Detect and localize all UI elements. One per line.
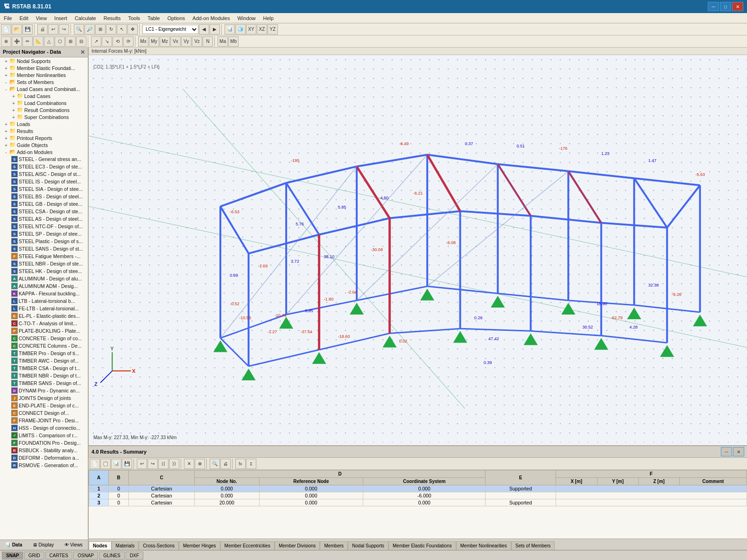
- tree-item[interactable]: TTIMBER CSA - Design of t...: [0, 364, 88, 372]
- tree-item[interactable]: +📁Guide Objects: [0, 141, 88, 148]
- bottom-tab-members[interactable]: Members: [320, 541, 348, 550]
- bottom-tab-member-elastic-foundations[interactable]: Member Elastic Foundations: [388, 541, 456, 550]
- tree-item[interactable]: SSTEEL SANS - Design of st...: [0, 245, 88, 252]
- tree-item[interactable]: TTIMBER AWC - Design of...: [0, 357, 88, 364]
- results-tb-btn12[interactable]: 🖨: [220, 459, 231, 469]
- menu-item-window[interactable]: Window: [233, 14, 259, 22]
- tree-item[interactable]: DDYNAM Pro - Dynamic an...: [0, 387, 88, 394]
- menu-item-file[interactable]: File: [0, 14, 16, 22]
- tree-expand-icon[interactable]: +: [4, 142, 8, 148]
- results-tb-btn4[interactable]: 💾: [122, 459, 132, 469]
- view-xz-button[interactable]: XZ: [257, 24, 267, 35]
- menu-item-tools[interactable]: Tools: [124, 14, 144, 22]
- bottom-tab-nodal-supports[interactable]: Nodal Supports: [348, 541, 388, 550]
- results-minimize-button[interactable]: ─: [721, 447, 732, 456]
- tree-expand-icon[interactable]: +: [4, 65, 8, 71]
- tb2-btn1[interactable]: ⊕: [1, 36, 11, 47]
- tb2-btn6[interactable]: ⬡: [55, 36, 65, 47]
- zoom-out-button[interactable]: 🔎: [85, 24, 95, 35]
- tb2-btn4[interactable]: 📐: [33, 36, 43, 47]
- open-button[interactable]: 📂: [12, 24, 22, 35]
- select-button[interactable]: ↖: [117, 24, 127, 35]
- maximize-button[interactable]: □: [720, 2, 731, 11]
- panel-tab-views[interactable]: 👁 Views: [62, 541, 85, 548]
- tree-item[interactable]: EEL-PL - Elastic-plastic des...: [0, 312, 88, 320]
- results-close-button[interactable]: ✕: [733, 447, 744, 456]
- tree-item[interactable]: RRSBUCK - Stability analy...: [0, 447, 88, 454]
- table-row[interactable]: 3 0 Cartesian 20.000 0.000 0.000 Support…: [89, 499, 747, 506]
- tree-item[interactable]: EEND-PLATE - Design of c...: [0, 402, 88, 409]
- tree-item[interactable]: TTIMBER NBR - Design of t...: [0, 372, 88, 379]
- minimize-button[interactable]: ─: [708, 2, 719, 11]
- tb2-btn16[interactable]: Vx: [170, 36, 181, 47]
- save-button[interactable]: 💾: [22, 24, 33, 35]
- results-tb-btn9[interactable]: ✕: [184, 459, 194, 469]
- menu-item-help[interactable]: Help: [260, 14, 278, 22]
- tree-item[interactable]: +📁Load Cases: [0, 92, 88, 99]
- tb2-btn17[interactable]: Vy: [181, 36, 191, 47]
- bottom-tab-nodes[interactable]: Nodes: [89, 541, 112, 550]
- tree-item[interactable]: FFRAME-JOINT Pro - Desi...: [0, 417, 88, 424]
- new-button[interactable]: 📄: [1, 24, 11, 35]
- menu-item-results[interactable]: Results: [100, 14, 125, 22]
- menu-item-table[interactable]: Table: [144, 14, 163, 22]
- next-lc-button[interactable]: ▶: [210, 24, 220, 35]
- tree-item[interactable]: SSTEEL BS - Design of steel...: [0, 193, 88, 200]
- tree-item[interactable]: KKAPPA - Flexural buckling...: [0, 290, 88, 297]
- tree-expand-icon[interactable]: +: [11, 100, 16, 106]
- tree-item[interactable]: FFOUNDATION Pro - Desig...: [0, 439, 88, 447]
- tb2-btn5[interactable]: △: [44, 36, 54, 47]
- tree-item[interactable]: SSTEEL AS - Design of steel...: [0, 215, 88, 223]
- tb2-btn19[interactable]: N: [203, 36, 213, 47]
- results-tb-btn11[interactable]: 🔍: [210, 459, 220, 469]
- bottom-tab-sets-of-members[interactable]: Sets of Members: [511, 541, 555, 550]
- tree-expand-icon[interactable]: +: [4, 135, 8, 141]
- tree-item[interactable]: TTIMBER Pro - Design of ti...: [0, 350, 88, 357]
- tree-item[interactable]: -📂Add-on Modules: [0, 148, 88, 155]
- tb2-btn13[interactable]: Mx: [138, 36, 148, 47]
- tree-expand-icon[interactable]: -: [4, 86, 8, 92]
- tree-item[interactable]: SSTEEL Plastic - Design of s...: [0, 238, 88, 245]
- panel-tab-data[interactable]: 📊 Data: [2, 541, 25, 548]
- statusbar-item-snap[interactable]: SNAP: [2, 552, 23, 560]
- 3d-canvas[interactable]: CO2: 1.35*LF1 + 1.5*LF2 + LF6: [89, 55, 747, 442]
- results-tb-fx[interactable]: fx: [235, 459, 246, 469]
- rotate-button[interactable]: ↻: [106, 24, 116, 35]
- prev-lc-button[interactable]: ◀: [199, 24, 209, 35]
- results-tb-sigma[interactable]: Σ: [246, 459, 256, 469]
- tree-item[interactable]: +📁Load Combinations: [0, 99, 88, 106]
- tree-expand-icon[interactable]: +: [4, 128, 8, 134]
- results-table[interactable]: A B C D E F Node No. Reference Node Coor…: [89, 470, 747, 539]
- tree-item[interactable]: +📁Loads: [0, 120, 88, 127]
- tree-container[interactable]: +📁Nodal Supports+📁Member Elastic Foundat…: [0, 57, 88, 539]
- statusbar-item-osnap[interactable]: OSNAP: [73, 552, 98, 560]
- show-results-button[interactable]: 📊: [225, 24, 235, 35]
- tree-item[interactable]: +📁Results: [0, 127, 88, 134]
- results-tb-btn3[interactable]: 📊: [111, 459, 121, 469]
- panel-tab-display[interactable]: 🖥 Display: [30, 541, 57, 548]
- menu-item-edit[interactable]: Edit: [16, 14, 32, 22]
- tree-item[interactable]: AALUMINUM - Design of alu...: [0, 275, 88, 282]
- 3d-viewport[interactable]: Internal Forces M-y: [kNm] CO2: 1.35*LF1…: [89, 48, 747, 445]
- tree-item[interactable]: -📂Sets of Members: [0, 78, 88, 85]
- tree-item[interactable]: LLTB - Lateral-torsional b...: [0, 297, 88, 305]
- table-row[interactable]: 2 0 Cartesian 0.000 0.000 -6.000: [89, 492, 747, 499]
- results-tb-btn2[interactable]: 📋: [100, 459, 111, 469]
- tb2-btn15[interactable]: Mz: [160, 36, 170, 47]
- tree-expand-icon[interactable]: +: [4, 58, 8, 64]
- tb2-btn11[interactable]: ⟲: [113, 36, 123, 47]
- tree-item[interactable]: CCONCRETE - Design of co...: [0, 335, 88, 342]
- results-tb-btn7[interactable]: ⟨⟨: [158, 459, 169, 469]
- tree-expand-icon[interactable]: +: [4, 72, 8, 78]
- tb2-btn20[interactable]: Ma: [218, 36, 228, 47]
- tree-item[interactable]: +📁Nodal Supports: [0, 57, 88, 64]
- tree-item[interactable]: LFE-LTB - Lateral-torsional...: [0, 305, 88, 312]
- bottom-tab-cross-sections[interactable]: Cross-Sections: [139, 541, 179, 550]
- zoom-in-button[interactable]: 🔍: [74, 24, 84, 35]
- tree-item[interactable]: FSTEEL Fatigue Members -...: [0, 252, 88, 260]
- results-tb-btn8[interactable]: ⟩⟩: [169, 459, 179, 469]
- panel-close-button[interactable]: ✕: [80, 49, 85, 56]
- bottom-tab-member-nonlinearities[interactable]: Member Nonlinearities: [456, 541, 511, 550]
- tb2-btn3[interactable]: ✏: [22, 36, 33, 47]
- tb2-btn10[interactable]: ↘: [102, 36, 112, 47]
